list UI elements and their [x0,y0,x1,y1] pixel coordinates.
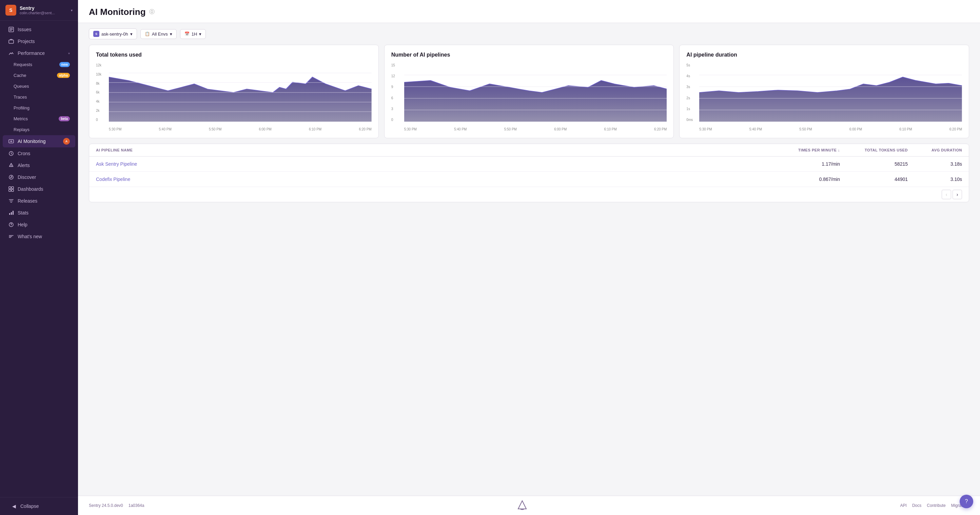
sidebar-item-dashboards-label: Dashboards [18,186,70,192]
sidebar-item-releases[interactable]: Releases [3,195,75,207]
cache-badge: alpha [57,73,70,78]
sidebar-item-discover-label: Discover [18,174,70,180]
projects-icon [8,38,14,44]
sidebar-item-requests[interactable]: Requests new [3,59,75,70]
sidebar-item-help-label: Help [18,222,70,227]
performance-sub-nav: Requests new Cache alpha Queues Traces P… [0,59,78,135]
ask-sentry-pipeline-link[interactable]: Ask Sentry Pipeline [96,161,137,167]
sidebar-item-cache[interactable]: Cache alpha [3,70,75,81]
sidebar-item-ai-monitoring[interactable]: AI Monitoring A [3,135,75,147]
sidebar-item-performance[interactable]: Performance ▾ [3,48,75,59]
page-footer: Sentry 24.5.0.dev0 1a0364a API Docs Cont… [78,496,980,515]
avg-duration-cell-0: 3.18s [908,161,962,167]
sidebar-item-projects[interactable]: Projects [3,36,75,47]
project-icon: S [93,31,99,37]
sidebar-item-metrics[interactable]: Metrics beta [3,114,75,124]
table-row: Codefix Pipeline 0.867/min 44901 3.10s [89,172,969,187]
sidebar-item-profiling[interactable]: Profiling [3,103,75,113]
sidebar-item-alerts[interactable]: Alerts [3,160,75,171]
sidebar-footer: ◀ Collapse [0,497,78,515]
times-per-min-cell-1: 0.867/min [772,176,840,182]
svg-rect-8 [11,189,14,192]
org-name: Sentry [20,5,55,11]
performance-icon [8,50,14,56]
env-chevron-icon: ▾ [170,32,172,36]
releases-icon [8,198,14,204]
sidebar-item-issues-label: Issues [18,27,70,32]
sidebar-item-cache-label: Cache [14,73,54,78]
sidebar-item-traces[interactable]: Traces [3,92,75,102]
sidebar-item-dashboards[interactable]: Dashboards [3,183,75,195]
chart-pipeline-duration-y-labels: 5s4s3s2s1s0ms [686,63,698,122]
sidebar-item-crons-label: Crons [18,151,70,156]
sidebar-item-issues[interactable]: Issues [3,24,75,35]
sidebar-item-queues[interactable]: Queues [3,81,75,92]
sidebar-item-alerts-label: Alerts [18,163,70,168]
sidebar-item-whats-new-label: What's new [18,234,70,239]
time-selector[interactable]: 📅 1H ▾ [180,29,206,39]
help-icon [8,222,14,228]
svg-rect-11 [13,211,14,215]
org-header[interactable]: S Sentry colin.chartier@sent... ▾ [0,0,78,21]
stats-icon [8,210,14,216]
issues-icon [8,27,14,33]
project-label: ask-sentry-0h [102,32,128,36]
chart-pipeline-duration-area [699,63,962,122]
ai-avatar: A [63,138,70,145]
prev-page-button[interactable]: ‹ [942,190,951,199]
metrics-badge: beta [59,116,70,121]
sidebar-item-metrics-label: Metrics [14,116,55,121]
page-header: AI Monitoring ⓪ [78,0,980,23]
codefix-pipeline-link[interactable]: Codefix Pipeline [96,176,130,182]
chart-num-pipelines: Number of AI pipelines 15129630 [384,45,674,138]
sidebar-item-whats-new[interactable]: What's new [3,231,75,242]
chart-num-pipelines-x-labels: 5:30 PM5:40 PM5:50 PM6:00 PM6:10 PM6:20 … [404,127,667,131]
env-label: All Envs [152,32,168,36]
sidebar-collapse-button[interactable]: ◀ Collapse [5,501,73,512]
chevron-up-icon: ▾ [68,52,70,55]
footer-docs-link[interactable]: Docs [912,503,921,508]
time-chevron-icon: ▾ [199,32,201,36]
sidebar-item-stats[interactable]: Stats [3,207,75,219]
next-page-button[interactable]: › [953,190,962,199]
footer-logo [144,500,900,511]
sidebar-item-replays[interactable]: Replays [3,124,75,135]
help-fab-button[interactable]: ? [960,495,973,508]
col-header-times: TIMES PER MINUTE ↓ [772,148,840,152]
requests-badge: new [59,62,70,67]
total-tokens-cell-0: 58215 [840,161,908,167]
project-selector[interactable]: S ask-sentry-0h ▾ [89,29,137,39]
footer-version: Sentry 24.5.0.dev0 [89,503,123,508]
pagination: ‹ › [89,187,969,202]
pipeline-name-cell: Ask Sentry Pipeline [96,161,772,167]
total-tokens-cell-1: 44901 [840,176,908,182]
sidebar-item-help[interactable]: Help [3,219,75,230]
sidebar-item-queues-label: Queues [14,84,70,89]
svg-marker-14 [109,77,372,122]
chart-total-tokens-x-labels: 5:30 PM5:40 PM5:50 PM6:00 PM6:10 PM6:20 … [109,127,372,131]
footer-contribute-link[interactable]: Contribute [927,503,945,508]
svg-rect-6 [11,187,14,189]
time-label: 1H [192,32,197,36]
footer-api-link[interactable]: API [900,503,907,508]
svg-marker-25 [699,77,962,122]
chart-pipeline-duration-x-labels: 5:30 PM5:40 PM5:50 PM6:00 PM6:10 PM6:20 … [699,127,962,131]
collapse-icon: ◀ [11,503,17,509]
chart-total-tokens-title: Total tokens used [96,52,372,58]
sidebar-item-discover[interactable]: Discover [3,171,75,183]
sidebar-item-replays-label: Replays [14,127,70,132]
sidebar-item-performance-label: Performance [18,51,65,56]
chart-num-pipelines-title: Number of AI pipelines [391,52,667,58]
page-title: AI Monitoring [89,7,146,17]
sidebar-item-crons[interactable]: Crons [3,148,75,159]
chevron-down-icon: ▾ [71,8,73,12]
chart-total-tokens-area [109,63,372,122]
col-header-duration: AVG DURATION [908,148,962,152]
pipeline-table: AI PIPELINE NAME TIMES PER MINUTE ↓ TOTA… [89,144,969,202]
help-circle-icon[interactable]: ⓪ [149,8,154,16]
sidebar-item-requests-label: Requests [14,62,56,67]
svg-rect-5 [9,187,11,189]
col-header-name: AI PIPELINE NAME [96,148,772,152]
env-selector[interactable]: 📋 All Envs ▾ [140,29,177,39]
crons-icon [8,151,14,157]
